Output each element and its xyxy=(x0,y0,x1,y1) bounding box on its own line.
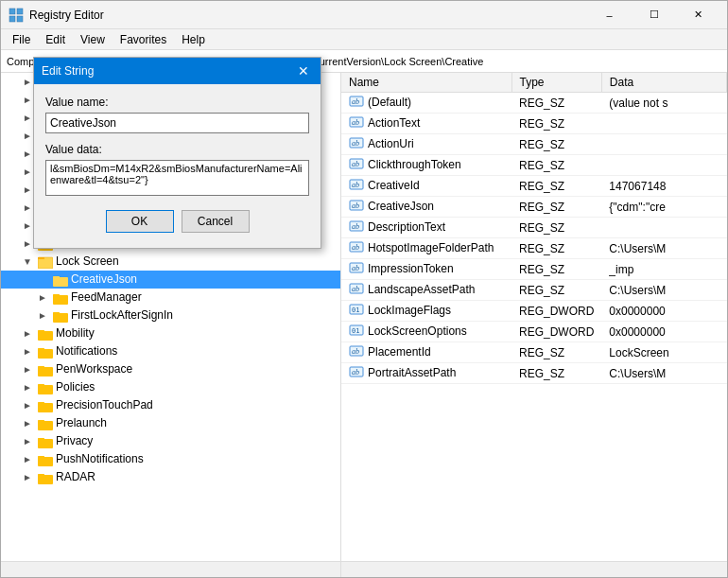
registry-editor-window: Registry Editor – ☐ ✕ File Edit View Fav… xyxy=(0,0,728,578)
ok-button[interactable]: OK xyxy=(106,210,174,233)
value-name-label: Value name: xyxy=(45,96,309,109)
dialog-title-bar: Edit String ✕ xyxy=(34,58,321,84)
dialog-close-button[interactable]: ✕ xyxy=(294,61,313,80)
value-data-input[interactable] xyxy=(45,160,309,196)
dialog-overlay: Edit String ✕ Value name: Value data: OK… xyxy=(0,0,728,578)
dialog-body: Value name: Value data: OK Cancel xyxy=(34,84,321,248)
dialog-buttons: OK Cancel xyxy=(45,210,309,236)
value-name-input[interactable] xyxy=(45,113,309,133)
value-data-label: Value data: xyxy=(45,143,309,156)
edit-string-dialog: Edit String ✕ Value name: Value data: OK… xyxy=(33,57,321,249)
dialog-title: Edit String xyxy=(42,64,294,78)
cancel-button[interactable]: Cancel xyxy=(182,210,250,233)
